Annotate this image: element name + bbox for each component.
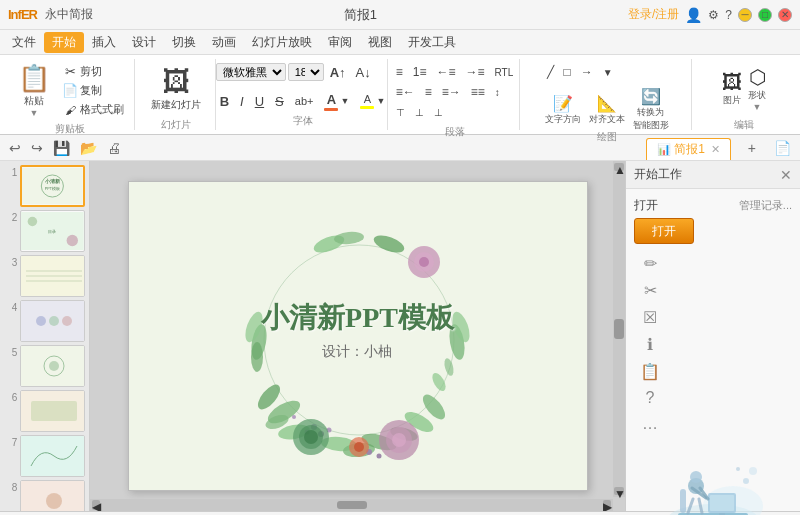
rp-icon-cut[interactable]: ✂ xyxy=(636,279,664,302)
menu-view[interactable]: 视图 xyxy=(360,32,400,53)
save-btn[interactable]: 💾 xyxy=(50,139,73,157)
italic-btn[interactable]: I xyxy=(236,92,248,110)
rtl-btn[interactable]: RTL xyxy=(491,63,518,81)
increase-font-btn[interactable]: A↑ xyxy=(326,63,350,81)
cut-btn[interactable]: ✂剪切 xyxy=(58,63,128,81)
redo-btn[interactable]: ↪ xyxy=(28,139,46,157)
menu-review[interactable]: 审阅 xyxy=(320,32,360,53)
open-btn[interactable]: 📂 xyxy=(77,139,100,157)
minimize-btn[interactable]: ─ xyxy=(738,8,752,22)
line-spacing-btn[interactable]: ↕ xyxy=(491,83,504,101)
align-left-btn[interactable]: ≡← xyxy=(392,83,419,101)
paste-btn[interactable]: 📋 粘贴 ▼ xyxy=(12,61,56,120)
align-top-btn[interactable]: ⊤ xyxy=(392,103,409,121)
slide-main-title: 小清新PPT模板 xyxy=(261,299,454,337)
copy-btn[interactable]: 📄复制 xyxy=(58,82,128,100)
settings-icon[interactable]: ⚙ xyxy=(708,8,719,22)
align-center-btn[interactable]: ≡ xyxy=(421,83,436,101)
shape-more-btn[interactable]: ▼ xyxy=(599,63,617,81)
slide-thumb-6[interactable]: 6 xyxy=(4,390,85,432)
doc-title: 简报1 xyxy=(344,6,377,24)
paste-group: 📋 粘贴 ▼ ✂剪切 📄复制 🖌格式式刷 xyxy=(12,61,128,120)
paste-side: ✂剪切 📄复制 🖌格式式刷 xyxy=(58,61,128,120)
numbering-btn[interactable]: 1≡ xyxy=(409,63,431,81)
doc-tab[interactable]: 📊 简报1 ✕ xyxy=(646,138,731,160)
format-painter-btn[interactable]: 🖌格式式刷 xyxy=(58,101,128,119)
shape-arrow-btn[interactable]: → xyxy=(577,63,597,81)
align-bottom-btn[interactable]: ⊥ xyxy=(430,103,447,121)
title-bar: InfER 永中简报 简报1 登录/注册 👤 ⚙ ? ─ □ ✕ xyxy=(0,0,800,30)
format-label: 编辑 xyxy=(734,116,754,132)
shape-line-btn[interactable]: ╱ xyxy=(543,63,558,81)
slide-thumb-2[interactable]: 2 目录 xyxy=(4,210,85,252)
strikethrough-btn[interactable]: S xyxy=(271,92,288,110)
slide-img-3 xyxy=(20,255,85,297)
slide-thumb-4[interactable]: 4 xyxy=(4,300,85,342)
bold-btn[interactable]: B xyxy=(216,92,233,110)
slides-panel: 1 小清新 PPT模板 2 目录 xyxy=(0,161,90,511)
decrease-font-btn[interactable]: A↓ xyxy=(352,63,375,81)
rp-icon-clipboard[interactable]: 📋 xyxy=(636,360,664,383)
title-bar-right: 登录/注册 👤 ⚙ ? ─ □ ✕ xyxy=(628,6,792,23)
char-spacing-btn[interactable]: ab+ xyxy=(291,92,318,110)
align-text-btn[interactable]: 📐 对齐文本 xyxy=(587,92,627,128)
rp-icon-help[interactable]: ? xyxy=(636,387,664,409)
svg-point-61 xyxy=(419,257,429,267)
right-panel-title: 开始工作 xyxy=(634,166,682,183)
undo-btn[interactable]: ↩ xyxy=(6,139,24,157)
print-btn[interactable]: 🖨 xyxy=(104,139,124,157)
font-color-btn[interactable]: A ▼ xyxy=(320,92,353,110)
maximize-btn[interactable]: □ xyxy=(758,8,772,22)
font-size-select[interactable]: 18 xyxy=(288,63,324,81)
new-slide-btn[interactable]: 🖼 新建幻灯片 xyxy=(143,61,209,116)
highlight-color-btn[interactable]: A ▼ xyxy=(356,92,389,110)
align-right-btn[interactable]: ≡→ xyxy=(438,83,465,101)
svg-rect-78 xyxy=(710,495,734,511)
bullets-btn[interactable]: ≡ xyxy=(392,63,407,81)
rp-icon-more[interactable]: … xyxy=(636,413,664,435)
text-direction-btn[interactable]: 📝 文字方向 xyxy=(543,92,583,128)
new-file-btn[interactable]: 📄 xyxy=(771,139,794,157)
menu-file[interactable]: 文件 xyxy=(4,32,44,53)
rp-open-btn[interactable]: 打开 xyxy=(634,218,694,244)
menu-slideshow[interactable]: 幻灯片放映 xyxy=(244,32,320,53)
rp-manage-link[interactable]: 管理记录... xyxy=(739,198,792,213)
clipboard-label: 剪贴板 xyxy=(55,120,85,136)
menu-insert[interactable]: 插入 xyxy=(84,32,124,53)
svg-rect-81 xyxy=(680,489,686,513)
slide-thumb-8[interactable]: 8 xyxy=(4,480,85,511)
help-icon[interactable]: ? xyxy=(725,8,732,22)
new-tab-btn[interactable]: + xyxy=(745,139,759,157)
login-btn[interactable]: 登录/注册 xyxy=(628,6,679,23)
ribbon-group-format: 🖼 图片 ⬡ 形状 ▼ 编辑 xyxy=(694,59,794,130)
rp-icon-edit[interactable]: ✏ xyxy=(636,252,664,275)
menu-animation[interactable]: 动画 xyxy=(204,32,244,53)
rp-icon-info[interactable]: ℹ xyxy=(636,333,664,356)
increase-indent-btn[interactable]: →≡ xyxy=(462,63,489,81)
align-middle-btn[interactable]: ⊥ xyxy=(411,103,428,121)
slide-thumb-1[interactable]: 1 小清新 PPT模板 xyxy=(4,165,85,207)
shapes-btn[interactable]: 🖼 图片 xyxy=(720,69,744,109)
menu-start[interactable]: 开始 xyxy=(44,32,84,53)
slide-thumb-5[interactable]: 5 xyxy=(4,345,85,387)
vertical-scrollbar[interactable]: ▲ ▼ xyxy=(613,161,625,497)
close-btn[interactable]: ✕ xyxy=(778,8,792,22)
ribbon-group-drawing: ╱ □ → ▼ 📝 文字方向 📐 对齐文本 🔄 转换为智能图形 xyxy=(522,59,692,130)
svg-point-18 xyxy=(49,361,59,371)
font-name-select[interactable]: 微软雅黑 xyxy=(216,63,286,81)
slide-thumb-3[interactable]: 3 xyxy=(4,255,85,297)
convert-smartart-btn[interactable]: 🔄 转换为智能图形 xyxy=(631,85,671,134)
shape-rect-btn[interactable]: □ xyxy=(560,63,575,81)
rp-icon-check[interactable]: ☒ xyxy=(636,306,664,329)
menu-devtools[interactable]: 开发工具 xyxy=(400,32,464,53)
doc-tab-close[interactable]: ✕ xyxy=(711,143,720,156)
slide-thumb-7[interactable]: 7 xyxy=(4,435,85,477)
menu-transition[interactable]: 切换 xyxy=(164,32,204,53)
horizontal-scrollbar[interactable]: ◀ ▶ xyxy=(90,499,613,511)
menu-design[interactable]: 设计 xyxy=(124,32,164,53)
decrease-indent-btn[interactable]: ←≡ xyxy=(432,63,459,81)
underline-btn[interactable]: U xyxy=(251,92,268,110)
right-panel-close-btn[interactable]: ✕ xyxy=(780,167,792,183)
shape-fill-btn[interactable]: ⬡ 形状 ▼ xyxy=(746,63,768,114)
justify-btn[interactable]: ≡≡ xyxy=(467,83,489,101)
